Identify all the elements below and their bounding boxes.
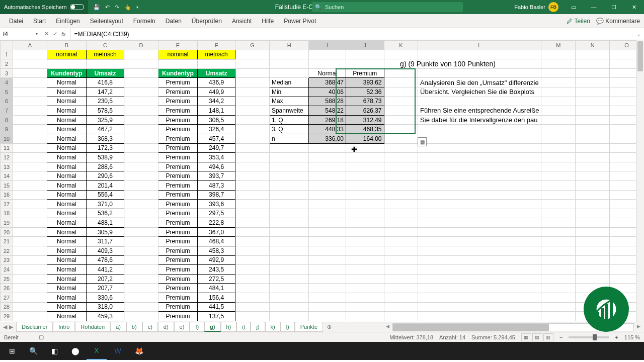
cell[interactable] [541,59,576,69]
cell[interactable] [384,68,418,78]
minimize-button[interactable]: — [584,0,604,14]
cell[interactable]: Normal [47,209,86,218]
cell[interactable]: Normal [47,134,86,143]
cell[interactable]: 336,00 [309,134,346,143]
cell[interactable] [384,162,418,171]
cell[interactable] [418,153,541,162]
cell[interactable] [346,312,384,321]
cell[interactable]: metrisch [198,50,235,59]
ribbon-display-icon[interactable]: ▭ [564,0,584,14]
cell[interactable] [124,153,158,162]
cell[interactable] [418,50,541,59]
redo-icon[interactable]: ↷ [115,4,119,11]
cell[interactable]: 137,5 [198,312,235,321]
cell[interactable] [541,97,576,106]
cell[interactable]: Normal [47,302,86,312]
cell[interactable] [576,237,610,246]
ribbon-tab-daten[interactable]: Daten [160,14,187,28]
ribbon-tab-formeln[interactable]: Formeln [128,14,160,28]
cell[interactable] [309,190,346,200]
cell[interactable]: Premium [346,68,384,78]
cell[interactable]: 318,0 [87,302,124,312]
toggle-switch[interactable] [70,4,84,10]
cell[interactable] [269,59,308,69]
fx-icon[interactable]: fx [61,31,66,37]
cell[interactable] [124,50,158,59]
cell[interactable] [235,284,270,293]
cell[interactable]: 578,5 [87,106,124,116]
cell[interactable] [541,312,576,321]
cell[interactable] [346,190,384,200]
cell[interactable]: Premium [158,180,197,190]
cell[interactable]: Premium [158,171,197,181]
cell[interactable]: 548,22 [309,106,346,116]
add-sheet-button[interactable]: ⊕ [323,324,336,330]
cell[interactable] [198,59,235,69]
cell[interactable] [235,50,270,59]
row-header[interactable]: 10 [1,134,13,143]
cell[interactable] [541,293,576,303]
cell[interactable] [346,284,384,293]
row-header[interactable]: 20 [1,227,13,237]
cell[interactable] [418,312,541,321]
cell[interactable] [346,200,384,209]
cell[interactable] [309,312,346,321]
cell[interactable] [47,59,86,69]
cell[interactable] [124,106,158,116]
task-view-icon[interactable]: ◧ [44,342,64,360]
cell[interactable]: 52,36 [346,87,384,97]
cell[interactable] [541,50,576,59]
zoom-out-icon[interactable]: − [559,334,562,340]
cell[interactable] [13,227,47,237]
cell[interactable] [235,227,270,237]
cell[interactable]: 297,5 [198,209,235,218]
cell[interactable]: 556,4 [87,190,124,200]
row-header[interactable]: 2 [1,59,13,69]
cell[interactable]: Premium [158,153,197,162]
cell[interactable]: 326,4 [198,125,235,134]
cell[interactable] [418,302,541,312]
cell[interactable] [269,255,308,265]
cell[interactable] [124,134,158,143]
cell[interactable] [576,171,610,181]
cell[interactable]: Normal [47,78,86,87]
cell[interactable] [309,284,346,293]
cell[interactable]: Premium [158,237,197,246]
cell[interactable] [541,255,576,265]
cell[interactable] [235,59,270,69]
cell[interactable] [418,227,541,237]
cell[interactable]: 207,7 [87,284,124,293]
row-header[interactable]: 13 [1,162,13,171]
cell[interactable] [384,87,418,97]
cell[interactable]: Normal [47,115,86,125]
cell[interactable] [235,125,270,134]
cell[interactable]: 588,28 [309,97,346,106]
cell[interactable] [346,293,384,303]
cell[interactable] [13,200,47,209]
cell[interactable] [235,134,270,143]
cell[interactable]: 538,9 [87,153,124,162]
cell[interactable]: 272,5 [198,274,235,284]
cell[interactable] [576,218,610,228]
cell[interactable]: Normal [47,293,86,303]
cell[interactable]: 468,35 [346,125,384,134]
start-button[interactable]: ⊞ [2,342,22,360]
cell[interactable]: 448,33 [309,125,346,134]
cell[interactable] [13,59,47,69]
cell[interactable]: Premium [158,134,197,143]
cell[interactable] [13,209,47,218]
cell[interactable] [541,171,576,181]
cell[interactable]: Normal [47,162,86,171]
row-header[interactable]: 9 [1,125,13,134]
sheet-tab[interactable]: Disclaimer [16,322,53,332]
cell[interactable]: Normal [47,237,86,246]
cell[interactable]: 371,0 [87,200,124,209]
cell[interactable] [418,274,541,284]
cell[interactable] [346,246,384,256]
cell[interactable]: Premium [158,190,197,200]
app-obs-icon[interactable]: ⬤ [65,342,86,360]
cell[interactable] [384,50,418,59]
cell[interactable] [235,97,270,106]
cell[interactable] [541,87,576,97]
cell[interactable]: Führen Sie eine entsprechende Ausreiße [418,106,541,116]
